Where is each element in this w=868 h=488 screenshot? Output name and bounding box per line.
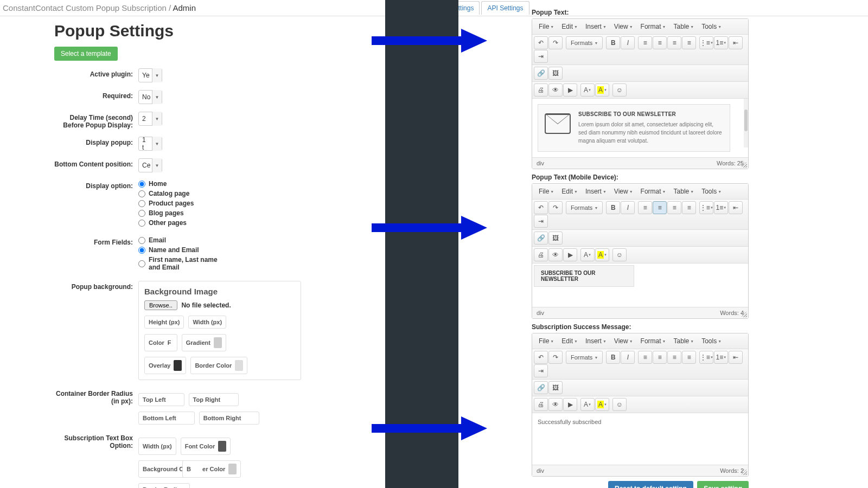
bullet-list-icon[interactable]: ⋮≡▼ (699, 351, 713, 364)
radio-blog[interactable] (138, 210, 145, 217)
emoji-icon[interactable]: ☺ (612, 398, 627, 411)
media-icon[interactable]: ▶ (563, 398, 577, 411)
bg-color-icon[interactable]: A▼ (595, 248, 609, 261)
editor-body[interactable]: Successfully subscribed (532, 413, 748, 465)
menu-edit[interactable]: Edit▼ (558, 185, 581, 197)
input-tl[interactable]: Top Left (138, 393, 184, 406)
input-overlay[interactable]: Overlay (144, 357, 186, 374)
radio-name-email[interactable] (138, 247, 145, 254)
preview-icon[interactable]: 👁 (548, 84, 563, 97)
save-button[interactable]: Save setting (697, 481, 749, 488)
redo-icon[interactable]: ↷ (548, 351, 563, 364)
number-list-icon[interactable]: 1≡▼ (714, 201, 728, 214)
input-font-color[interactable]: Font Color (181, 438, 231, 455)
bullet-list-icon[interactable]: ⋮≡▼ (699, 201, 713, 214)
input-br[interactable]: Bottom Right (199, 412, 260, 425)
emoji-icon[interactable]: ☺ (612, 84, 627, 97)
menu-format[interactable]: Format▼ (637, 21, 669, 33)
align-center-icon[interactable]: ≡ (653, 351, 667, 364)
select-active-plugin[interactable]: Ye ▼ (138, 68, 162, 82)
radio-other[interactable] (138, 220, 145, 227)
input-tb-border-color[interactable]: B er Color (182, 460, 241, 478)
align-right-icon[interactable]: ≡ (667, 351, 681, 364)
menu-file[interactable]: File▼ (535, 335, 557, 347)
input-color[interactable]: Color (144, 334, 177, 351)
bold-icon[interactable]: B (606, 201, 620, 214)
input-tr[interactable]: Top Right (189, 393, 239, 406)
align-justify-icon[interactable]: ≡ (682, 36, 696, 49)
input-tb-radius[interactable]: Border Radius: (138, 483, 190, 488)
menu-format[interactable]: Format▼ (637, 185, 669, 197)
align-right-icon[interactable]: ≡ (667, 201, 681, 214)
outdent-icon[interactable]: ⇤ (729, 36, 743, 49)
input-gradient[interactable]: Gradient (182, 334, 226, 351)
bg-color-icon[interactable]: A▼ (595, 84, 609, 97)
preview-icon[interactable]: 👁 (548, 248, 563, 261)
indent-icon[interactable]: ⇥ (534, 215, 548, 228)
formats-dropdown[interactable]: Formats ▼ (566, 36, 603, 49)
select-template-button[interactable]: Select a template (54, 47, 118, 61)
menu-table[interactable]: Table▼ (671, 185, 698, 197)
select-required[interactable]: No ▼ (138, 90, 162, 104)
browse-button[interactable]: Browse.. (144, 300, 177, 310)
menu-file[interactable]: File▼ (535, 185, 557, 197)
resize-handle[interactable] (742, 162, 747, 168)
italic-icon[interactable]: I (621, 351, 635, 364)
select-bottom-pos[interactable]: Ce ▼ (138, 158, 162, 172)
menu-tools[interactable]: Tools▼ (698, 335, 725, 347)
print-icon[interactable]: 🖨 (534, 84, 548, 97)
align-left-icon[interactable]: ≡ (638, 36, 652, 49)
media-icon[interactable]: ▶ (563, 84, 577, 97)
input-border-color[interactable]: Border Color (190, 357, 247, 374)
redo-icon[interactable]: ↷ (548, 36, 563, 49)
scrollbar[interactable] (744, 99, 748, 147)
outdent-icon[interactable]: ⇤ (729, 351, 743, 364)
indent-icon[interactable]: ⇥ (534, 364, 548, 377)
menu-tools[interactable]: Tools▼ (698, 185, 725, 197)
radio-first-last-email[interactable] (138, 260, 145, 267)
radio-product[interactable] (138, 200, 145, 207)
menu-view[interactable]: View▼ (611, 21, 636, 33)
input-bl[interactable]: Bottom Left (138, 412, 195, 425)
text-color-icon[interactable]: A▼ (580, 84, 595, 97)
menu-table[interactable]: Table▼ (671, 335, 698, 347)
link-icon[interactable]: 🔗 (534, 232, 548, 245)
color-value[interactable] (168, 339, 173, 346)
media-icon[interactable]: ▶ (563, 248, 577, 261)
editor-body[interactable]: SUBSCRIBE TO OUR NEWSLETTER (532, 264, 748, 307)
menu-insert[interactable]: Insert▼ (582, 335, 610, 347)
indent-icon[interactable]: ⇥ (534, 50, 548, 63)
bullet-list-icon[interactable]: ⋮≡▼ (699, 36, 713, 49)
menu-view[interactable]: View▼ (611, 185, 636, 197)
menu-format[interactable]: Format▼ (637, 335, 669, 347)
italic-icon[interactable]: I (621, 201, 635, 214)
radio-email[interactable] (138, 237, 145, 244)
input-height[interactable]: Height (px) (144, 316, 184, 329)
text-color-icon[interactable]: A▼ (580, 248, 595, 261)
undo-icon[interactable]: ↶ (534, 351, 548, 364)
input-width[interactable]: Width (px) (188, 316, 226, 329)
image-icon[interactable]: 🖼 (548, 232, 563, 245)
print-icon[interactable]: 🖨 (534, 248, 548, 261)
link-icon[interactable]: 🔗 (534, 67, 548, 80)
resize-handle[interactable] (742, 470, 747, 475)
editor-body[interactable]: SUBSCRIBE TO OUR NEWSLETTER Lorem ipsum … (532, 99, 748, 157)
menu-edit[interactable]: Edit▼ (558, 21, 581, 33)
radio-catalog[interactable] (138, 190, 145, 197)
input-tb-width[interactable]: Width (px) (138, 438, 176, 455)
select-delay[interactable]: 2 ▼ (138, 112, 162, 126)
align-right-icon[interactable]: ≡ (667, 36, 681, 49)
italic-icon[interactable]: I (621, 36, 635, 49)
reset-button[interactable]: Reset to default setting (608, 481, 693, 488)
select-display-popup[interactable]: 1 t ▼ (138, 137, 162, 151)
align-justify-icon[interactable]: ≡ (682, 351, 696, 364)
outdent-icon[interactable]: ⇤ (729, 201, 743, 214)
formats-dropdown[interactable]: Formats ▼ (566, 201, 603, 214)
menu-insert[interactable]: Insert▼ (582, 185, 610, 197)
formats-dropdown[interactable]: Formats ▼ (566, 351, 603, 364)
align-justify-icon[interactable]: ≡ (682, 201, 696, 214)
link-icon[interactable]: 🔗 (534, 381, 548, 394)
undo-icon[interactable]: ↶ (534, 201, 548, 214)
align-center-icon[interactable]: ≡ (653, 201, 667, 214)
bg-color-icon[interactable]: A▼ (595, 398, 609, 411)
